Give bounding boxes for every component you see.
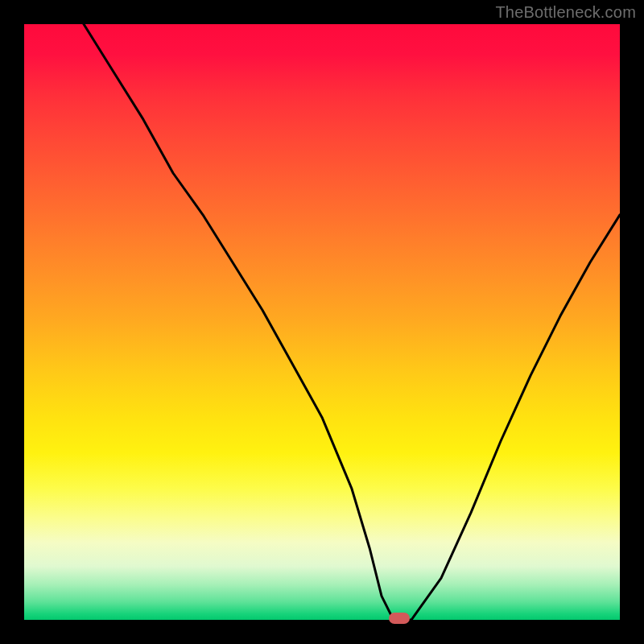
plot-area xyxy=(24,24,620,620)
optimum-marker xyxy=(389,613,410,624)
watermark-text: TheBottleneck.com xyxy=(495,3,636,22)
chart-frame: TheBottleneck.com xyxy=(0,0,644,644)
